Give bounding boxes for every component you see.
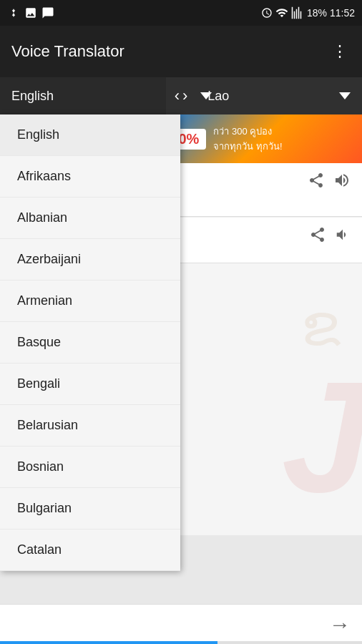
progress-bar-fill: [0, 641, 217, 644]
status-bar: 18% 11:52: [0, 0, 362, 26]
arrow-right-icon: ›: [182, 87, 187, 105]
battery-text: 18%: [307, 7, 327, 19]
source-language-selector[interactable]: English: [0, 77, 166, 114]
dropdown-item-bulgarian[interactable]: Bulgarian: [0, 488, 180, 530]
image-icon: [24, 6, 37, 19]
source-language-label: English: [11, 89, 54, 104]
alarm-icon: [261, 7, 273, 19]
dropdown-item-afrikaans[interactable]: Afrikaans: [0, 156, 180, 197]
source-volume-icon[interactable]: [333, 172, 351, 189]
dropdown-item-basque[interactable]: Basque: [0, 322, 180, 364]
arrow-left-icon: ‹: [175, 87, 180, 105]
target-dropdown-arrow: [339, 92, 351, 99]
progress-bar-background: [0, 641, 362, 644]
language-dropdown: English Afrikaans Albanian Azerbaijani A…: [0, 114, 180, 571]
dropdown-item-belarusian[interactable]: Belarusian: [0, 405, 180, 447]
watermark-lao2: ຂ: [301, 292, 341, 358]
dropdown-item-armenian[interactable]: Armenian: [0, 280, 180, 322]
more-options-button[interactable]: ⋮: [329, 41, 351, 62]
target-share-icon[interactable]: [309, 226, 326, 243]
ad-sub-text2: จากทุกวัน ทุกวัน!: [213, 139, 282, 154]
app-bar: Voice Translator ⋮: [0, 26, 362, 77]
wifi-icon: [275, 6, 288, 19]
swap-languages-button[interactable]: ‹ ›: [166, 87, 197, 105]
target-language-selector[interactable]: Lao: [196, 77, 362, 114]
dropdown-item-english[interactable]: English: [0, 114, 180, 156]
next-arrow-button[interactable]: →: [329, 613, 351, 637]
watermark-letter-j2: J: [282, 347, 362, 528]
dropdown-item-catalan[interactable]: Catalan: [0, 530, 180, 571]
dropdown-item-bengali[interactable]: Bengali: [0, 364, 180, 405]
dropdown-item-bosnian[interactable]: Bosnian: [0, 447, 180, 488]
time-display: 11:52: [330, 7, 355, 19]
target-action-icons: [309, 226, 351, 243]
dropdown-item-azerbaijani[interactable]: Azerbaijani: [0, 239, 180, 280]
signal-icon: [291, 6, 304, 19]
source-action-icons: [308, 172, 351, 189]
ad-sub-text1: กว่า 300 คูปอง: [213, 124, 272, 139]
dropdown-item-albanian[interactable]: Albanian: [0, 197, 180, 239]
language-bar: English ‹ › Lao: [0, 77, 362, 114]
source-share-icon[interactable]: [308, 172, 325, 189]
message-icon: [41, 6, 54, 19]
target-volume-icon[interactable]: [335, 227, 351, 243]
status-right: 18% 11:52: [261, 6, 355, 19]
usb-icon: [7, 6, 20, 19]
footer-bar: →: [0, 604, 362, 644]
status-icons-left: [7, 6, 54, 19]
app-title: Voice Translator: [11, 42, 124, 61]
